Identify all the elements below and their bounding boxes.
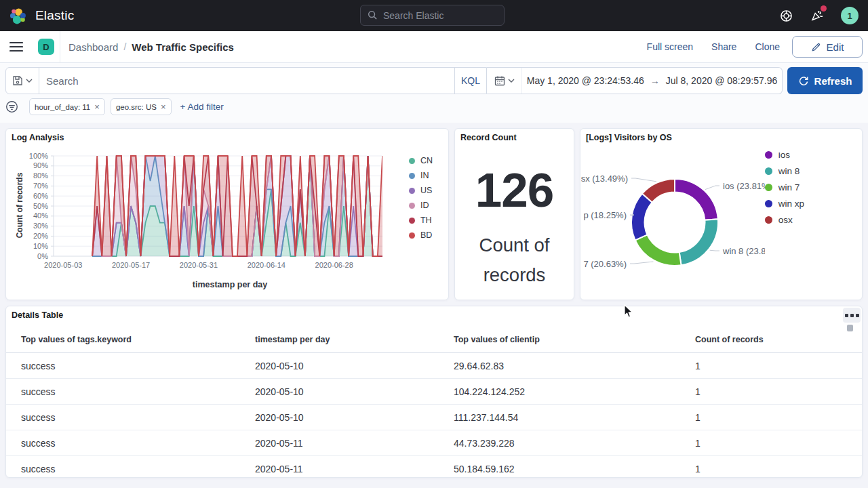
save-icon [12,75,23,86]
elastic-logo[interactable] [9,7,27,25]
global-search-placeholder: Search Elastic [383,10,443,21]
x-axis-title: timestamp per day [169,280,291,289]
query-search-placeholder: Search [39,75,454,87]
refresh-button-label: Refresh [814,75,852,87]
legend-item[interactable]: win xp [765,199,804,209]
legend-item[interactable]: IN [409,171,433,180]
legend-item[interactable]: US [409,186,433,195]
saved-query-menu[interactable] [6,68,39,94]
global-search-input[interactable]: Search Elastic [360,5,505,26]
menu-icon[interactable] [0,41,33,52]
column-header[interactable]: Top values of tags.keyword [6,325,255,353]
newsfeed-icon[interactable] [810,8,825,23]
user-avatar[interactable]: 1 [841,7,859,24]
table-cell: success [6,456,255,479]
svg-text:60%: 60% [33,192,48,200]
table-cell: 1 [695,456,862,479]
edit-button[interactable]: Edit [792,36,863,58]
slice-label-osx: sx (13.49%) [581,174,628,184]
table-cell: 2020-05-11 [255,430,454,456]
legend-item[interactable]: TH [409,216,433,225]
svg-text:90%: 90% [33,161,48,169]
filter-pill-label: hour_of_day: 11 [35,103,90,111]
calendar-menu[interactable] [487,68,522,94]
share-button[interactable]: Share [711,41,736,52]
mouse-cursor [624,304,634,319]
date-start[interactable]: May 1, 2020 @ 23:24:53.46 [527,75,644,86]
notification-badge [821,5,827,12]
slice-label-win-8: win 8 (23.8 [723,246,765,256]
svg-text:2020-05-17: 2020-05-17 [112,261,150,269]
callout-line [705,186,719,190]
column-header[interactable]: Top values of clientip [454,325,695,353]
filter-pill[interactable]: geo.src: US× [111,98,172,115]
svg-text:70%: 70% [33,182,48,190]
full-screen-button[interactable]: Full screen [647,41,693,52]
table-cell: 29.64.62.83 [454,353,695,379]
refresh-button[interactable]: Refresh [787,67,863,94]
svg-text:50%: 50% [33,202,48,210]
legend-label: BD [420,230,432,240]
legend-item[interactable]: ID [409,201,433,210]
donut-slice-win-7[interactable] [635,235,682,266]
chevron-down-icon [508,79,515,83]
help-icon[interactable] [778,8,793,23]
refresh-icon [798,75,809,86]
slice-label-win-xp: p (18.25%) [583,210,627,220]
clone-button[interactable]: Clone [755,41,780,52]
add-filter-button[interactable]: + Add filter [180,102,224,112]
donut-slice-ios[interactable] [675,179,718,220]
table-row: success2020-05-1029.64.62.831 [6,353,862,379]
column-header[interactable]: timestamp per day [255,325,454,353]
legend-dot [409,173,415,179]
kql-button[interactable]: KQL [454,68,486,94]
dashboard-badge[interactable]: D [38,39,54,55]
query-section: Search KQL May 1, 2020 @ 23:24:53.46 → J… [0,63,868,123]
remove-filter-icon[interactable]: × [94,102,100,112]
legend-dot [409,218,415,224]
remove-filter-icon[interactable]: × [161,102,166,112]
donut-slice-win-xp[interactable] [631,194,652,241]
legend-label: osx [778,215,793,225]
metric-value: 126 [455,163,574,218]
table-row: success2020-05-10104.224.124.2521 [6,379,862,405]
legend-label: US [420,186,432,195]
legend-item[interactable]: ios [765,150,804,160]
calendar-icon [494,75,505,86]
area-chart-legend: CNINUSIDTHBD [409,156,433,240]
query-input[interactable]: Search KQL [5,67,487,94]
legend-label: IN [420,171,429,180]
area-chart: 0%10%20%30%40%50%60%70%80%90%100%2020-05… [6,129,408,279]
date-arrow-icon: → [650,75,660,86]
legend-label: win 7 [778,182,800,192]
legend-item[interactable]: win 7 [765,182,804,192]
panel-title: Record Count [460,133,517,142]
date-end[interactable]: Jul 8, 2020 @ 08:29:57.96 [666,75,777,86]
breadcrumb: Dashboard / Web Traffic Specifics [68,41,234,53]
table-cell: 2020-05-10 [255,405,454,430]
breadcrumb-dashboard[interactable]: Dashboard [68,41,118,53]
donut-slice-win-8[interactable] [679,219,718,265]
legend-dot [765,151,772,159]
legend-item[interactable]: win 8 [765,166,804,176]
filter-menu-icon[interactable] [5,100,18,113]
svg-text:80%: 80% [33,171,48,180]
callout-line [631,178,656,182]
chevron-down-icon [26,79,33,83]
edit-button-label: Edit [827,41,844,53]
table-cell: 1 [695,430,862,456]
svg-text:100%: 100% [29,152,48,160]
legend-item[interactable]: osx [765,215,804,225]
filter-pill[interactable]: hour_of_day: 11× [29,98,105,115]
callout-line [710,250,719,251]
legend-item[interactable]: CN [409,156,433,165]
table-cell: 1 [695,405,862,430]
legend-item[interactable]: BD [409,230,433,240]
date-picker[interactable]: May 1, 2020 @ 23:24:53.46 → Jul 8, 2020 … [487,67,783,94]
legend-label: CN [420,156,433,165]
column-header[interactable]: Count of records [695,325,862,353]
svg-text:0%: 0% [37,252,48,260]
panel-title: Details Table [12,310,63,320]
nav-bar: D Dashboard / Web Traffic Specifics Full… [0,31,868,63]
panel-options-icon[interactable] [843,308,861,323]
